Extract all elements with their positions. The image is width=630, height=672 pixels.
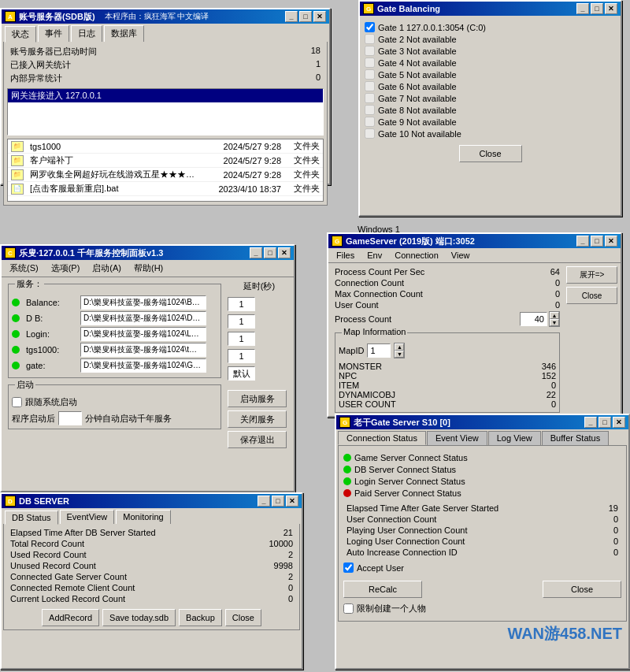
gate-close[interactable]: ✕	[605, 3, 617, 14]
limit-create-cb[interactable]	[343, 603, 354, 614]
gs-dot-3	[343, 477, 351, 485]
login-path[interactable]	[80, 327, 206, 341]
save-sdb-btn[interactable]: Save today.sdb	[102, 609, 176, 626]
control-menubar: 系统(S) 选项(P) 启动(A) 帮助(H)	[2, 260, 294, 277]
menu-system[interactable]: 系统(S)	[3, 261, 45, 276]
db-stat-2: Total Record Count 10000	[7, 538, 296, 549]
gs-stat-label-5: Process Count	[335, 314, 391, 324]
gs-main-close-btn[interactable]: Close	[543, 581, 621, 598]
gateway-item[interactable]: 网关连接进入 127.0.0.1	[8, 89, 323, 102]
gateserver-minimize[interactable]: _	[584, 417, 597, 428]
gateserver-maximize[interactable]: □	[598, 417, 611, 428]
start-service-btn[interactable]: 启动服务	[228, 390, 287, 407]
recalc-btn[interactable]: ReCalc	[343, 581, 422, 598]
file-row-4[interactable]: 📄 [点击客服最新重启].bat 2023/4/10 18:37 文件夹	[8, 182, 323, 196]
file-row-3[interactable]: 📁 网罗收集全网超好玩在线游戏五星★★★… 2024/5/27 9:28 文件夹	[8, 168, 323, 182]
gs-menu-files[interactable]: Files	[330, 249, 361, 262]
gate-path[interactable]	[80, 358, 206, 373]
gate-check-9[interactable]: Gate 9 Not available	[365, 117, 616, 127]
file-date-3: 2024/5/27 9:28	[224, 170, 281, 180]
menu-options[interactable]: 选项(P)	[45, 261, 87, 276]
delay-4[interactable]	[228, 349, 255, 363]
menu-help[interactable]: 帮助(H)	[128, 261, 169, 276]
gs-menu-env[interactable]: Env	[361, 249, 388, 262]
gateway-listbox[interactable]: 网关连接进入 127.0.0.1	[7, 88, 324, 136]
tgs-path[interactable]	[80, 343, 206, 357]
gate-check-3[interactable]: Gate 3 Not available	[365, 46, 616, 56]
expand-btn[interactable]: 展开=>	[566, 266, 617, 284]
tab-status[interactable]: 状态	[5, 26, 36, 43]
gate-check-2[interactable]: Gate 2 Not available	[365, 34, 616, 44]
control-maximize[interactable]: □	[264, 247, 276, 258]
gate-minimize[interactable]: _	[576, 3, 589, 14]
accept-user-row[interactable]: Accept User	[343, 562, 621, 573]
process-count-input[interactable]	[520, 312, 547, 326]
gate-check-1[interactable]: Gate 1 127.0.0.1:3054 (C:0)	[365, 22, 616, 32]
gateserver-close-btn[interactable]: ✕	[613, 417, 625, 428]
mapid-input[interactable]	[367, 343, 391, 358]
gs-minimize[interactable]: _	[576, 236, 589, 247]
gate-check-6[interactable]: Gate 6 Not available	[365, 81, 616, 91]
delay-2[interactable]	[228, 314, 255, 329]
gate-close-button[interactable]: Close	[459, 145, 522, 162]
stop-service-btn[interactable]: 关闭服务	[228, 410, 287, 428]
db-close-btn[interactable]: ✕	[286, 496, 298, 507]
spin-down[interactable]: ▼	[550, 319, 559, 326]
gate-check-10[interactable]: Gate 10 Not available	[365, 128, 616, 139]
gs-close-btn[interactable]: Close	[566, 287, 617, 304]
tab-event-view[interactable]: Event View	[427, 431, 487, 445]
tab-database[interactable]: 数据库	[104, 25, 144, 42]
backup-btn[interactable]: Backup	[179, 609, 222, 626]
db-maximize[interactable]: □	[272, 496, 284, 507]
file-row-2[interactable]: 📁 客户端补丁 2024/5/27 9:28 文件夹	[8, 154, 323, 168]
db-path[interactable]	[80, 311, 206, 325]
gs-menu-connection[interactable]: Connection	[388, 249, 445, 262]
delay-1[interactable]	[228, 297, 255, 311]
gate-label-5: Gate 5 Not available	[378, 70, 457, 80]
tab-log-view[interactable]: Log View	[488, 431, 541, 445]
tab-conn-status[interactable]: Connection Status	[338, 431, 426, 445]
gate-maximize[interactable]: □	[591, 3, 603, 14]
balance-path[interactable]	[80, 295, 206, 310]
file-row-1[interactable]: 📁 tgs1000 2024/5/27 9:28 文件夹	[8, 139, 323, 154]
file-list[interactable]: 📁 tgs1000 2024/5/27 9:28 文件夹 📁 客户端补丁 202…	[7, 139, 324, 202]
delay-5[interactable]	[228, 366, 255, 381]
limit-create-row[interactable]: 限制创建一个人物	[343, 603, 621, 614]
tab-events[interactable]: 事件	[38, 25, 69, 42]
close-btn[interactable]: ✕	[313, 11, 326, 22]
accept-user-cb[interactable]	[343, 562, 354, 573]
mapid-spin-up[interactable]: ▲	[395, 343, 404, 351]
tab-monitoring[interactable]: Monitoring	[116, 510, 170, 524]
control-close[interactable]: ✕	[278, 247, 291, 258]
gs-elapsed-value-1: 19	[609, 503, 618, 513]
tab-eventview[interactable]: EventView	[60, 510, 115, 524]
map-npc: NPC 152	[339, 371, 556, 381]
save-exit-btn[interactable]: 保存退出	[228, 431, 287, 448]
follow-system-cb[interactable]	[12, 397, 22, 407]
tab-dbstatus[interactable]: DB Status	[5, 510, 58, 525]
mapid-spin-down[interactable]: ▼	[395, 351, 404, 358]
gate-check-8[interactable]: Gate 8 Not available	[365, 105, 616, 115]
spin-up[interactable]: ▲	[550, 312, 559, 319]
db-icon: D	[5, 496, 16, 507]
gs-maximize[interactable]: □	[591, 236, 603, 247]
gate-check-4[interactable]: Gate 4 Not available	[365, 58, 616, 68]
auto-minutes-input[interactable]	[58, 411, 82, 425]
delay-3[interactable]	[228, 332, 255, 346]
minimize-btn[interactable]: _	[285, 11, 298, 22]
file-type-2: 文件夹	[294, 154, 320, 166]
gate-check-5[interactable]: Gate 5 Not available	[365, 69, 616, 80]
db-close-button[interactable]: Close	[225, 609, 261, 626]
tab-log[interactable]: 日志	[71, 25, 102, 42]
add-record-btn[interactable]: AddRecord	[42, 609, 99, 626]
tab-buffer-status[interactable]: Buffer Status	[542, 431, 609, 445]
menu-startup[interactable]: 启动(A)	[86, 261, 128, 276]
control-minimize[interactable]: _	[250, 247, 262, 258]
gate-check-7[interactable]: Gate 7 Not available	[365, 93, 616, 103]
gs-close[interactable]: ✕	[605, 236, 617, 247]
gs-menu-view[interactable]: View	[445, 249, 476, 262]
gate-cb-1[interactable]	[365, 22, 375, 32]
follow-system-row[interactable]: 跟随系统启动	[12, 396, 217, 408]
maximize-btn[interactable]: □	[299, 11, 312, 22]
db-minimize[interactable]: _	[258, 496, 270, 507]
